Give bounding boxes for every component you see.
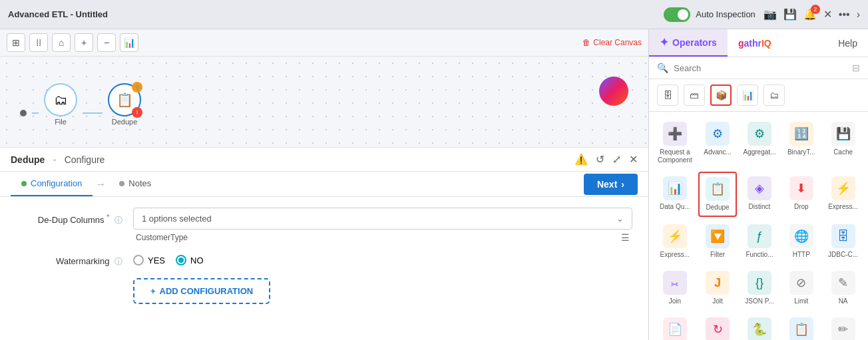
op-functio-icon: ƒ xyxy=(748,224,771,248)
op-jsonp[interactable]: {} JSON P... xyxy=(740,266,779,310)
warning-icon[interactable]: ⚠️ xyxy=(574,153,588,166)
op-binaryt[interactable]: 🔢 BinaryT... xyxy=(781,117,821,169)
toggle-switch[interactable] xyxy=(664,7,690,22)
op-cache[interactable]: 💾 Cache xyxy=(823,117,863,169)
next-arrow-icon: › xyxy=(621,179,624,190)
configure-panel: Dedupe - Configure ⚠️ ↺ ⤢ ✕ Configu xyxy=(0,147,648,340)
file-node-label: File xyxy=(55,118,67,126)
op-na[interactable]: ✎ NA xyxy=(823,266,863,310)
grid-icon[interactable]: ⊞ xyxy=(7,33,25,52)
op-drop[interactable]: ⬇ Drop xyxy=(781,172,821,217)
next-button[interactable]: Next › xyxy=(584,174,638,195)
gathrio-rest: athr xyxy=(744,38,761,49)
list-icon[interactable]: ☰ xyxy=(621,232,630,243)
op-jolt[interactable]: J Jolt xyxy=(698,266,738,310)
expand-icon[interactable]: ⤢ xyxy=(612,153,621,166)
op-request-component[interactable]: ➕ Request a Component xyxy=(654,117,696,169)
auto-inspection-toggle[interactable]: Auto Inspection xyxy=(664,7,756,22)
tab-configuration[interactable]: Configuration xyxy=(11,172,93,196)
op-limit[interactable]: ⊘ Limit xyxy=(781,266,821,310)
top-bar: Advanced ETL - Untitled Auto Inspection … xyxy=(0,0,868,29)
right-panel-header: ✦ Operators gathrIQ Help xyxy=(649,29,868,57)
customer-type-label: CustomerType xyxy=(136,233,188,242)
dedup-info-icon[interactable]: ⓘ xyxy=(114,216,122,225)
op-limit-label: Limit xyxy=(794,297,808,305)
gathrio-io: IQ xyxy=(761,38,771,49)
op-express[interactable]: ⚡ Express... xyxy=(823,172,863,217)
watermarking-info-icon[interactable]: ⓘ xyxy=(114,257,122,266)
file-node[interactable]: 🗂 File xyxy=(44,83,77,126)
camera-icon[interactable]: 📷 xyxy=(763,8,777,21)
dropdown-chevron-icon: ⌄ xyxy=(616,214,624,224)
op-dataqu[interactable]: 📊 Data Qu... xyxy=(654,172,696,217)
top-icon-db-1[interactable]: 🗄 xyxy=(657,85,678,106)
top-icons-row: 🗄 🗃 📦 📊 🗂 xyxy=(649,79,868,112)
canvas-toolbar: ⊞ ⁞⁞ ⌂ + − 📊 🗑 Clear Canvas xyxy=(0,29,648,57)
grid-dots-icon[interactable]: ⁞⁞ xyxy=(29,33,48,52)
radio-yes[interactable]: YES xyxy=(133,255,165,265)
op-dedupe[interactable]: 📋 Dedupe xyxy=(698,172,738,217)
op-filter-icon: 🔽 xyxy=(706,224,730,248)
more-icon[interactable]: ••• xyxy=(839,9,850,21)
dedupe-node[interactable]: 📋 📎 ! Dedupe xyxy=(108,83,141,126)
notification-badge: 2 xyxy=(811,5,820,14)
close-panel-icon[interactable]: ✕ xyxy=(629,153,638,166)
top-icon-db-3[interactable]: 📊 xyxy=(737,85,758,106)
add-configuration-row: + ADD CONFIGURATION xyxy=(16,278,632,304)
notes-tab-label: Notes xyxy=(128,178,151,188)
help-button[interactable]: Help xyxy=(827,31,868,55)
op-pivot-icon: ↻ xyxy=(706,317,730,340)
op-functio[interactable]: ƒ Functio... xyxy=(740,220,779,263)
op-http[interactable]: 🌐 HTTP xyxy=(781,220,821,263)
op-na-label: NA xyxy=(839,297,848,305)
chart-icon[interactable]: 📊 xyxy=(120,33,138,52)
op-aggregat-label: Aggregat... xyxy=(743,148,775,156)
top-icon-db-selected[interactable]: 📦 xyxy=(710,85,732,106)
save-icon[interactable]: 💾 xyxy=(783,8,797,21)
op-http-label: HTTP xyxy=(793,251,810,259)
radio-yes-circle xyxy=(133,255,144,265)
required-marker: * xyxy=(107,213,109,221)
gathrio-logo[interactable]: gathrIQ xyxy=(728,31,782,56)
canvas-area: ⊞ ⁞⁞ ⌂ + − 📊 🗑 Clear Canvas 🗂 xyxy=(0,29,648,340)
op-cache-icon: 💾 xyxy=(831,122,855,146)
radio-no[interactable]: NO xyxy=(176,255,204,265)
notification-icon[interactable]: 🔔 2 xyxy=(803,8,817,21)
op-distinct[interactable]: ◈ Distinct xyxy=(740,172,779,217)
close-icon[interactable]: ✕ xyxy=(823,8,832,21)
op-jdbcc[interactable]: 🗄 JDBC-C... xyxy=(823,220,863,263)
op-pdfpar[interactable]: 📄 PDF Par... xyxy=(654,313,696,340)
node-container: 🗂 File 📋 📎 ! Dedupe xyxy=(20,83,141,126)
op-express2[interactable]: ⚡ Express... xyxy=(654,220,696,263)
op-python-icon: 🐍 xyxy=(748,317,771,340)
plus-icon[interactable]: + xyxy=(75,33,93,52)
op-limit-icon: ⊘ xyxy=(789,271,813,295)
op-pivot[interactable]: ↻ Pivot xyxy=(698,313,738,340)
search-input[interactable] xyxy=(674,63,847,73)
add-configuration-button[interactable]: + ADD CONFIGURATION xyxy=(133,278,270,304)
filter-icon[interactable]: ⊟ xyxy=(852,63,860,73)
radio-no-label: NO xyxy=(190,255,204,265)
dedup-columns-dropdown[interactable]: 1 options selected ⌄ xyxy=(133,208,632,230)
undo-icon[interactable]: ↺ xyxy=(596,153,604,166)
operators-button[interactable]: ✦ Operators xyxy=(649,29,728,57)
top-icon-db-2[interactable]: 🗃 xyxy=(684,85,705,106)
forward-icon[interactable]: › xyxy=(857,9,860,21)
app-title: Advanced ETL - Untitled xyxy=(8,9,108,19)
home-icon[interactable]: ⌂ xyxy=(52,33,71,52)
op-python[interactable]: 🐍 Python xyxy=(740,313,779,340)
op-binaryt-icon: 🔢 xyxy=(789,122,813,146)
op-advance[interactable]: ⚙ Advanc... xyxy=(698,117,738,169)
op-request-label: Request a Component xyxy=(658,148,692,164)
minus-icon[interactable]: − xyxy=(97,33,116,52)
op-registe-icon: 📋 xyxy=(789,317,813,340)
op-aggregat[interactable]: ⚙ Aggregat... xyxy=(740,117,779,169)
op-join[interactable]: ⟗ Join xyxy=(654,266,696,310)
clear-canvas-button[interactable]: 🗑 Clear Canvas xyxy=(582,38,642,47)
op-na-icon: ✎ xyxy=(831,271,855,295)
op-rename[interactable]: ✏ Rename xyxy=(823,313,863,340)
op-registe[interactable]: 📋 Registe... xyxy=(781,313,821,340)
top-icon-db-4[interactable]: 🗂 xyxy=(763,85,785,106)
tab-notes[interactable]: Notes xyxy=(108,172,162,196)
op-filter[interactable]: 🔽 Filter xyxy=(698,220,738,263)
